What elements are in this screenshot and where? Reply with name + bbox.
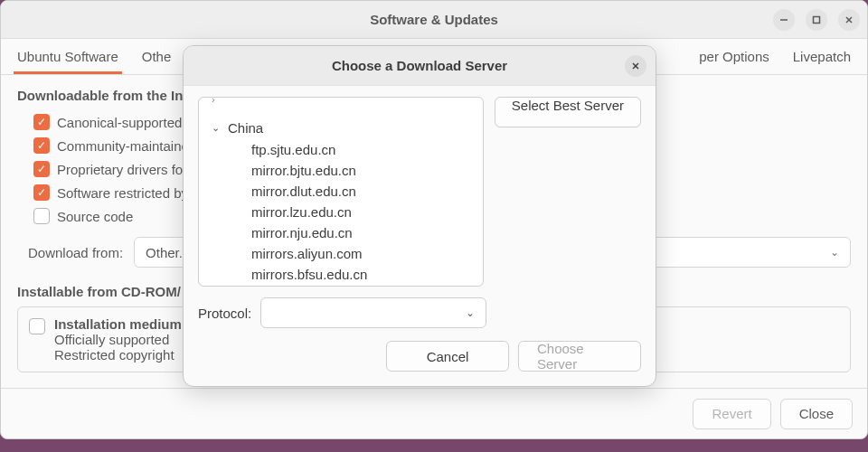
protocol-label: Protocol: <box>198 306 251 321</box>
server-item[interactable]: ftp.sjtu.edu.cn <box>199 139 483 160</box>
server-country-prev[interactable]: › x <box>199 99 483 117</box>
modal-title: Choose a Download Server <box>332 58 507 73</box>
modal-body: › x ⌄ China ftp.sjtu.edu.cn mirror.bjtu.… <box>184 86 656 287</box>
server-tree[interactable]: › x ⌄ China ftp.sjtu.edu.cn mirror.bjtu.… <box>198 97 484 287</box>
server-item[interactable]: mirrors.bfsu.edu.cn <box>199 264 483 285</box>
protocol-row: Protocol: ⌄ <box>184 287 656 328</box>
server-item[interactable]: mirrors.aliyun.com <box>199 243 483 264</box>
server-item[interactable]: mirror.nju.edu.cn <box>199 222 483 243</box>
server-item[interactable]: mirror.bjtu.edu.cn <box>199 160 483 181</box>
protocol-combo[interactable]: ⌄ <box>260 297 486 328</box>
modal-footer: Cancel Choose Server <box>184 328 656 386</box>
server-country-label: China <box>228 120 263 136</box>
choose-server-button: Choose Server <box>518 341 641 372</box>
chevron-down-icon: ⌄ <box>466 306 475 319</box>
choose-server-dialog: Choose a Download Server › x ⌄ China ftp… <box>183 45 656 387</box>
server-country-china[interactable]: ⌄ China <box>199 117 483 139</box>
modal-titlebar: Choose a Download Server <box>184 46 656 86</box>
cancel-button[interactable]: Cancel <box>386 341 509 372</box>
select-best-server-button[interactable]: Select Best Server <box>495 97 641 127</box>
server-item[interactable]: mirror.lzu.edu.cn <box>199 202 483 222</box>
modal-side: Select Best Server <box>495 97 641 287</box>
server-item[interactable]: mirror.dlut.edu.cn <box>199 181 483 202</box>
chevron-down-icon: ⌄ <box>212 122 224 134</box>
modal-close-button[interactable] <box>625 55 646 77</box>
